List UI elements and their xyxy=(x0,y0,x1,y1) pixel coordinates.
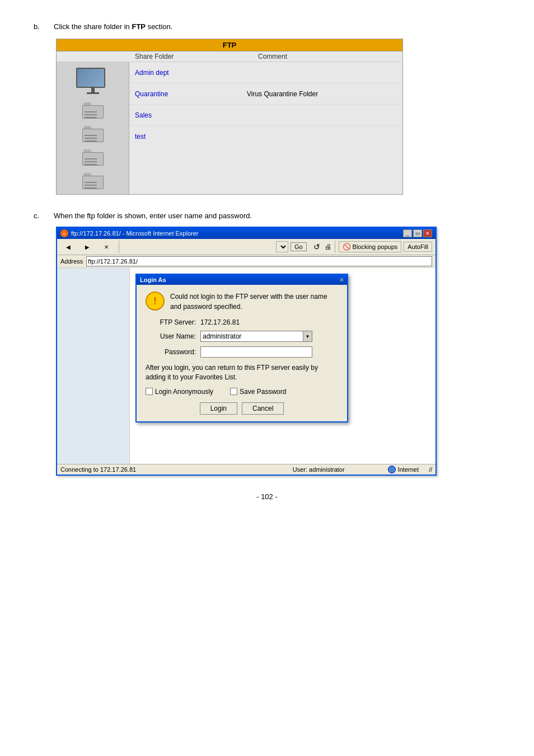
login-title-bar: Login As ✕ xyxy=(137,275,347,285)
toolbar-sep2 xyxy=(335,241,335,253)
ftp-table: FTP Share Folder Comment xyxy=(56,39,403,195)
folder-icon-3 xyxy=(82,149,104,165)
internet-icon xyxy=(388,466,396,473)
refresh-icon[interactable]: ↺ xyxy=(313,242,320,251)
save-pwd-label: Save Password xyxy=(240,388,286,396)
ie-toolbar-right: Go ↺ 🖨 🚫 Blocking popups AutoFill xyxy=(276,241,432,253)
ftp-col-comment-header: Comment xyxy=(258,53,397,60)
section-b-label: b. Click the share folder in FTP section… xyxy=(34,22,500,31)
ftp-share-name-3[interactable]: test xyxy=(135,133,247,140)
login-hint-text: After you login, you can return to this … xyxy=(146,363,338,382)
login-ftp-server-row: FTP Server: 172.17.26.81 xyxy=(146,318,338,326)
ftp-share-name-1[interactable]: Quarantine xyxy=(135,90,247,98)
ie-title-controls: _ ▭ ✕ xyxy=(403,229,432,237)
section-c-text: When the ftp folder is shown, enter user… xyxy=(54,212,252,220)
ftp-comment-1: Virus Quarantine Folder xyxy=(247,90,397,98)
cancel-button[interactable]: Cancel xyxy=(242,402,284,415)
ftp-rows-panel: Admin dept Quarantine Virus Quarantine F… xyxy=(129,62,402,194)
login-checkboxes: Login Anonymously Save Password xyxy=(146,388,338,396)
save-pwd-checkbox-item[interactable]: Save Password xyxy=(230,388,286,396)
username-value: administrator xyxy=(201,332,303,340)
status-connecting: Connecting to 172.17.26.81 xyxy=(60,466,287,473)
ie-main: Login As ✕ ! Could not login xyxy=(130,268,435,464)
ie-address-bar: Address xyxy=(57,255,435,268)
login-dialog-close-x[interactable]: ✕ xyxy=(339,277,344,283)
username-label: User Name: xyxy=(146,332,196,340)
toolbar-dropdown[interactable] xyxy=(276,241,288,252)
toolbar-go-btn[interactable]: Go xyxy=(291,242,307,251)
login-warning-text: Could not login to the FTP server with t… xyxy=(170,292,338,312)
monitor-base xyxy=(87,92,99,94)
ftp-share-name-2[interactable]: Sales xyxy=(135,111,247,119)
folder-icon-4 xyxy=(82,173,104,189)
ie-restore-btn[interactable]: ▭ xyxy=(413,229,422,237)
blocking-popups-btn[interactable]: 🚫 Blocking popups xyxy=(339,241,402,252)
ftp-share-name-0[interactable]: Admin dept xyxy=(135,69,247,77)
save-pwd-checkbox[interactable] xyxy=(230,388,237,395)
login-password-row: Password: xyxy=(146,346,338,358)
ftp-server-label: FTP Server: xyxy=(146,318,196,326)
login-dialog: Login As ✕ ! Could not login xyxy=(135,274,348,422)
autofill-btn[interactable]: AutoFill xyxy=(404,242,432,252)
folder-icon-2 xyxy=(82,126,104,142)
username-select[interactable]: administrator ▼ xyxy=(200,331,312,342)
forward-icon: ▶ xyxy=(82,242,93,252)
ftp-left-panel xyxy=(57,62,129,194)
section-c-letter: c. xyxy=(34,212,43,220)
ie-title-left: e ftp://172.17.26.81/ - Microsoft Intern… xyxy=(60,229,198,237)
ftp-table-header: FTP xyxy=(57,39,402,51)
table-row[interactable]: Sales xyxy=(129,105,402,126)
table-row[interactable]: Quarantine Virus Quarantine Folder xyxy=(129,83,402,105)
login-anon-label: Login Anonymously xyxy=(155,388,213,396)
ftp-main-content: Admin dept Quarantine Virus Quarantine F… xyxy=(57,62,402,194)
address-label: Address xyxy=(60,258,83,265)
internet-label: Internet xyxy=(398,466,419,473)
section-b-text: Click the share folder in FTP section. xyxy=(54,22,172,31)
ie-toolbar: ◀ ▶ ✕ Go ↺ 🖨 xyxy=(57,239,435,255)
table-row[interactable]: test xyxy=(129,126,402,147)
ie-app-icon: e xyxy=(60,229,68,237)
monitor-stand xyxy=(91,88,95,92)
login-buttons: Login Cancel xyxy=(146,402,338,415)
page-container: b. Click the share folder in FTP section… xyxy=(0,0,534,523)
login-button[interactable]: Login xyxy=(200,402,237,415)
ftp-col-headers: Share Folder Comment xyxy=(57,51,402,62)
toolbar-stop-btn[interactable]: ✕ xyxy=(99,241,114,253)
password-label: Password: xyxy=(146,348,196,356)
toolbar-forward-btn[interactable]: ▶ xyxy=(79,241,95,253)
ie-content: Login As ✕ ! Could not login xyxy=(57,268,435,464)
ie-minimize-btn[interactable]: _ xyxy=(403,229,412,237)
section-c: c. When the ftp folder is shown, enter u… xyxy=(34,212,500,476)
toolbar-back-btn[interactable]: ◀ xyxy=(60,241,76,253)
ftp-col-share-header: Share Folder xyxy=(135,53,258,60)
ie-sidebar xyxy=(57,268,130,464)
stop-icon: ✕ xyxy=(101,242,112,252)
login-warning-msg: ! Could not login to the FTP server with… xyxy=(146,292,338,312)
ftp-server-value: 172.17.26.81 xyxy=(200,318,240,326)
ie-window-title: ftp://172.17.26.81/ - Microsoft Internet… xyxy=(71,230,198,237)
address-input[interactable] xyxy=(86,256,432,266)
toolbar-separator xyxy=(119,241,119,253)
username-dropdown-arrow[interactable]: ▼ xyxy=(303,331,312,341)
password-input[interactable] xyxy=(200,346,312,358)
status-user: User: administrator xyxy=(293,466,382,473)
login-title-text: Login As xyxy=(140,276,166,283)
status-internet: Internet xyxy=(388,466,419,473)
section-b-letter: b. xyxy=(34,22,43,31)
monitor-screen xyxy=(76,68,105,88)
login-anon-checkbox-item[interactable]: Login Anonymously xyxy=(146,388,213,396)
login-username-row: User Name: administrator ▼ xyxy=(146,331,338,342)
folder-icon-1 xyxy=(82,102,104,118)
ie-close-btn[interactable]: ✕ xyxy=(423,229,432,237)
page-number: - 102 - xyxy=(34,492,500,501)
monitor-icon xyxy=(76,68,110,95)
login-anon-checkbox[interactable] xyxy=(146,388,153,395)
ie-window: e ftp://172.17.26.81/ - Microsoft Intern… xyxy=(56,227,437,476)
section-b: b. Click the share folder in FTP section… xyxy=(34,22,500,195)
status-resize-grip: // xyxy=(424,467,432,473)
print-icon[interactable]: 🖨 xyxy=(325,243,331,251)
table-row[interactable]: Admin dept xyxy=(129,62,402,83)
back-icon: ◀ xyxy=(63,242,74,252)
warning-icon: ! xyxy=(146,292,165,311)
ie-title-bar: e ftp://172.17.26.81/ - Microsoft Intern… xyxy=(57,228,435,239)
